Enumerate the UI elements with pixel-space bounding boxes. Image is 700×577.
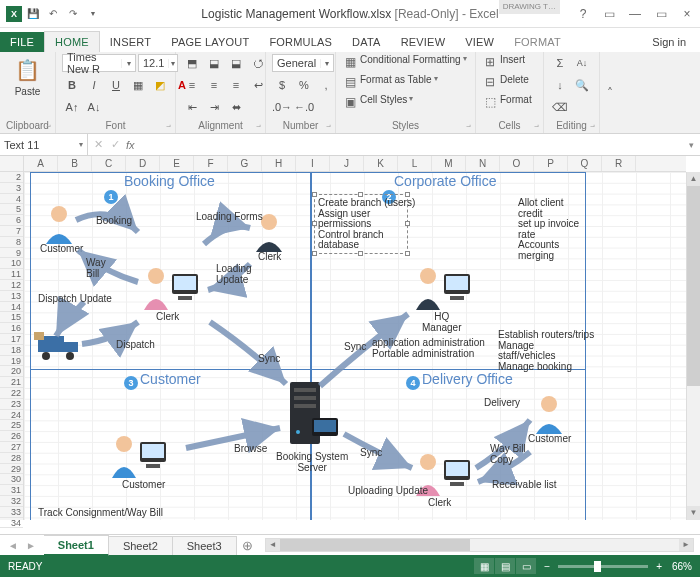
percent-icon[interactable]: % <box>294 76 314 94</box>
worksheet-area: ABCDEFGHIJKLMNOPQR 234567891011121314151… <box>0 156 700 534</box>
tab-nav-prev-icon[interactable]: ◄ <box>8 540 18 551</box>
quick-access-toolbar: X 💾 ↶ ↷ ▼ <box>0 5 108 23</box>
font-name-combo[interactable]: Times New R▾ <box>62 54 136 72</box>
sign-in-link[interactable]: Sign in <box>644 32 694 52</box>
tab-review[interactable]: REVIEW <box>391 32 456 52</box>
enter-formula-icon[interactable]: ✓ <box>111 138 120 151</box>
align-center-icon[interactable]: ≡ <box>204 76 224 94</box>
ribbon: 📋 Paste Clipboard Times New R▾ 12.1▾ B I… <box>0 52 700 134</box>
cancel-formula-icon[interactable]: ✕ <box>94 138 103 151</box>
maximize-icon[interactable]: ▭ <box>648 1 674 27</box>
italic-button[interactable]: I <box>84 76 104 94</box>
orientation-icon[interactable]: ⭯ <box>248 54 268 72</box>
tab-page-layout[interactable]: PAGE LAYOUT <box>161 32 259 52</box>
align-bottom-icon[interactable]: ⬓ <box>226 54 246 72</box>
tab-data[interactable]: DATA <box>342 32 391 52</box>
sort-filter-icon[interactable]: A↓ <box>572 54 592 72</box>
wrap-text-icon[interactable]: ↩ <box>248 76 268 94</box>
grow-font-icon[interactable]: A↑ <box>62 98 82 116</box>
fill-icon[interactable]: ↓ <box>550 76 570 94</box>
lbl-loading-update: Loading Update <box>216 264 252 285</box>
font-size-combo[interactable]: 12.1▾ <box>138 54 178 72</box>
save-icon[interactable]: 💾 <box>24 5 42 23</box>
insert-cells-button[interactable]: ⊞Insert <box>482 54 525 70</box>
sheet-tab-2[interactable]: Sheet2 <box>109 536 173 555</box>
fx-icon[interactable]: fx <box>126 139 141 151</box>
redo-icon[interactable]: ↷ <box>64 5 82 23</box>
tab-nav-next-icon[interactable]: ► <box>26 540 36 551</box>
select-all-button[interactable] <box>0 156 24 172</box>
currency-icon[interactable]: $ <box>272 76 292 94</box>
lbl-sync-3: Sync <box>360 448 382 459</box>
align-left-icon[interactable]: ≡ <box>182 76 202 94</box>
comma-icon[interactable]: , <box>316 76 336 94</box>
tab-file[interactable]: FILE <box>0 32 44 52</box>
lbl-receivable: Receivable list <box>492 480 556 491</box>
formula-input[interactable] <box>141 134 682 155</box>
paste-button[interactable]: 📋 Paste <box>12 54 44 99</box>
tab-format[interactable]: FORMAT <box>504 32 571 52</box>
align-top-icon[interactable]: ⬒ <box>182 54 202 72</box>
qat-customize-icon[interactable]: ▼ <box>84 5 102 23</box>
fill-color-button[interactable]: ◩ <box>150 76 170 94</box>
delete-cells-button[interactable]: ⊟Delete <box>482 74 529 90</box>
decrease-decimal-icon[interactable]: ←.0 <box>294 98 314 116</box>
row-headers[interactable]: 2345678910111213141516171819202122232425… <box>0 172 24 520</box>
cell-styles-button[interactable]: ▣Cell Styles▾ <box>342 94 413 110</box>
horizontal-scrollbar[interactable]: ◄ ► <box>265 538 694 552</box>
paste-label: Paste <box>15 86 41 97</box>
hscroll-thumb[interactable] <box>280 539 470 551</box>
zoom-out-icon[interactable]: − <box>544 561 550 572</box>
align-right-icon[interactable]: ≡ <box>226 76 246 94</box>
autosum-icon[interactable]: Σ <box>550 54 570 72</box>
vertical-scrollbar[interactable]: ▲ ▼ <box>686 172 700 520</box>
lbl-delivery: Delivery <box>484 398 520 409</box>
sheet-tab-3[interactable]: Sheet3 <box>173 536 237 555</box>
excel-icon: X <box>6 6 22 22</box>
border-button[interactable]: ▦ <box>128 76 148 94</box>
zoom-slider[interactable] <box>558 565 648 568</box>
sheet-tab-1[interactable]: Sheet1 <box>44 535 109 556</box>
group-styles-label: Styles <box>342 120 469 133</box>
increase-decimal-icon[interactable]: .0→ <box>272 98 292 116</box>
zoom-level[interactable]: 66% <box>672 561 692 572</box>
selected-text-shape[interactable] <box>314 194 408 254</box>
zoom-in-icon[interactable]: + <box>656 561 662 572</box>
help-icon[interactable]: ? <box>570 1 596 27</box>
name-box[interactable]: Text 11▾ <box>0 134 88 155</box>
bold-button[interactable]: B <box>62 76 82 94</box>
format-cells-button[interactable]: ⬚Format <box>482 94 532 110</box>
vscroll-thumb[interactable] <box>687 186 700 386</box>
format-as-table-button[interactable]: ▤Format as Table▾ <box>342 74 438 90</box>
conditional-formatting-button[interactable]: ▦Conditional Formatting▾ <box>342 54 467 70</box>
view-normal-icon[interactable]: ▦ <box>474 558 494 574</box>
clear-icon[interactable]: ⌫ <box>550 98 570 116</box>
tab-formulas[interactable]: FORMULAS <box>259 32 342 52</box>
new-sheet-button[interactable]: ⊕ <box>237 538 259 553</box>
merge-center-icon[interactable]: ⬌ <box>226 98 246 116</box>
tab-home[interactable]: HOME <box>44 31 100 52</box>
minimize-icon[interactable]: — <box>622 1 648 27</box>
collapse-ribbon-icon[interactable]: ˄ <box>600 52 620 133</box>
view-page-layout-icon[interactable]: ▤ <box>495 558 515 574</box>
find-select-icon[interactable]: 🔍 <box>572 76 592 94</box>
app-name: Excel <box>469 7 498 21</box>
align-middle-icon[interactable]: ⬓ <box>204 54 224 72</box>
lbl-dispatch-update: Dispatch Update <box>38 294 112 305</box>
decrease-indent-icon[interactable]: ⇤ <box>182 98 202 116</box>
expand-formula-bar-icon[interactable]: ▾ <box>682 140 700 150</box>
tab-insert[interactable]: INSERT <box>100 32 161 52</box>
group-alignment-label: Alignment <box>182 120 259 133</box>
cell-grid[interactable]: Booking Office 1 Corporate Office 2 Cust… <box>24 172 686 520</box>
increase-indent-icon[interactable]: ⇥ <box>204 98 224 116</box>
column-headers[interactable]: ABCDEFGHIJKLMNOPQR <box>24 156 686 172</box>
ribbon-display-icon[interactable]: ▭ <box>596 1 622 27</box>
close-icon[interactable]: × <box>674 1 700 27</box>
title-bar: X 💾 ↶ ↷ ▼ Logistic Management Workflow.x… <box>0 0 700 28</box>
tab-view[interactable]: VIEW <box>455 32 504 52</box>
number-format-combo[interactable]: General▾ <box>272 54 334 72</box>
undo-icon[interactable]: ↶ <box>44 5 62 23</box>
view-page-break-icon[interactable]: ▭ <box>516 558 536 574</box>
shrink-font-icon[interactable]: A↓ <box>84 98 104 116</box>
underline-button[interactable]: U <box>106 76 126 94</box>
